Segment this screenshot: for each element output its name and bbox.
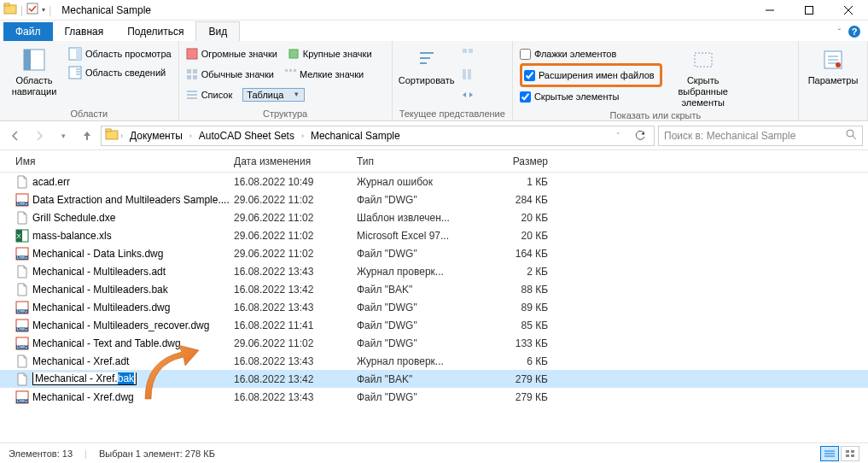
qat-dropdown-icon[interactable]: ▾: [42, 6, 45, 14]
minimize-button[interactable]: [750, 0, 789, 21]
breadcrumb[interactable]: › Документы › AutoCAD Sheet Sets › Mecha…: [101, 126, 655, 146]
tab-view[interactable]: Вид: [195, 21, 240, 41]
file-type: Файл "DWG": [357, 248, 459, 260]
svg-text:DWG: DWG: [17, 255, 27, 260]
ribbon-collapse-icon[interactable]: ˇ: [838, 28, 841, 38]
options-icon: [819, 46, 847, 73]
navigation-pane-icon: [20, 46, 48, 73]
chevron-right-icon[interactable]: ›: [301, 132, 304, 140]
item-checkboxes-toggle[interactable]: Флажки элементов: [520, 44, 662, 63]
table-row[interactable]: DWGMechanical - Data Links.dwg29.06.2022…: [0, 244, 868, 262]
hidden-items-toggle[interactable]: Скрытые элементы: [520, 87, 662, 106]
file-icon: DWG: [15, 390, 29, 404]
table-row[interactable]: DWGMechanical - Multileaders.dwg16.08.20…: [0, 298, 868, 316]
help-icon[interactable]: ?: [848, 25, 861, 41]
layout-small[interactable]: Мелкие значки: [284, 65, 364, 84]
layout-huge[interactable]: Огромные значки: [186, 44, 277, 63]
table-row[interactable]: Xmass-balance.xls29.06.2022 11:02Microso…: [0, 226, 868, 244]
file-extensions-toggle[interactable]: Расширения имен файлов: [524, 66, 655, 85]
status-bar: Элементов: 13 | Выбран 1 элемент: 278 КБ: [0, 442, 868, 463]
file-name: Mechanical - Multileaders.dwg: [32, 302, 234, 314]
options-button[interactable]: Параметры: [806, 44, 860, 107]
ribbon-group-options: Параметры: [799, 41, 868, 120]
file-size: 6 КБ: [459, 355, 553, 367]
file-name: acad.err: [32, 176, 234, 188]
chevron-right-icon[interactable]: ›: [189, 132, 192, 140]
file-size: 164 КБ: [459, 248, 553, 260]
tab-home[interactable]: Главная: [53, 22, 116, 41]
svg-rect-33: [469, 49, 473, 53]
svg-rect-24: [289, 69, 292, 72]
back-button[interactable]: [5, 126, 26, 146]
preview-pane-button[interactable]: Область просмотра: [68, 44, 172, 63]
file-icon: DWG: [15, 319, 29, 332]
table-row[interactable]: Mechanical - Multileaders.adt16.08.2022 …: [0, 262, 868, 280]
close-button[interactable]: [829, 0, 868, 21]
table-row[interactable]: DWGData Extraction and Multileaders Samp…: [0, 190, 868, 208]
table-row[interactable]: DWGMechanical - Xref.dwg16.08.2022 13:43…: [0, 388, 868, 406]
window-title: Mechanical Sample: [55, 4, 750, 16]
layout-normal[interactable]: Обычные значки: [186, 65, 274, 84]
hide-selected-button[interactable]: Скрыть выбранные элементы: [669, 44, 737, 108]
file-date: 16.08.2022 13:43: [234, 266, 357, 278]
menu-bar: Файл Главная Поделиться Вид ˇ ?: [0, 21, 868, 41]
header-date[interactable]: Дата изменения: [234, 155, 357, 167]
svg-rect-70: [851, 454, 854, 457]
rename-input[interactable]: Mechanical - Xref.bak: [32, 372, 137, 385]
layout-list[interactable]: Список: [186, 85, 233, 104]
file-type: Файл "BAK": [357, 284, 459, 296]
address-dropdown[interactable]: ˅: [608, 126, 628, 146]
svg-rect-13: [69, 67, 81, 79]
sort-button[interactable]: Сортировать: [399, 44, 454, 107]
maximize-button[interactable]: [789, 0, 829, 21]
file-size: 1 КБ: [459, 176, 553, 188]
file-type: Файл "DWG": [357, 337, 459, 349]
group-by-button[interactable]: [461, 44, 475, 63]
group-label-show: Показать или скрыть: [520, 108, 791, 120]
qat-check-icon[interactable]: [26, 3, 38, 17]
header-size[interactable]: Размер: [459, 155, 553, 167]
layout-large[interactable]: Крупные значки: [288, 44, 372, 63]
add-columns-button[interactable]: [461, 65, 475, 84]
chevron-right-icon[interactable]: ›: [120, 132, 123, 140]
file-type: Microsoft Excel 97...: [357, 230, 459, 242]
navigation-pane-button[interactable]: Область навигации: [7, 44, 61, 107]
svg-rect-23: [285, 69, 288, 72]
recent-button[interactable]: ▾: [53, 126, 73, 146]
header-name[interactable]: Имя: [15, 155, 234, 167]
layout-table[interactable]: Таблица: [242, 85, 305, 104]
view-icons-button[interactable]: [841, 446, 859, 461]
refresh-button[interactable]: [630, 126, 650, 146]
table-row[interactable]: Mechanical - Xref.bak16.08.2022 13:42Фай…: [0, 370, 868, 388]
up-button[interactable]: [77, 126, 97, 146]
file-icon: [15, 372, 29, 386]
crumb-1[interactable]: AutoCAD Sheet Sets: [194, 130, 300, 142]
svg-rect-18: [289, 50, 298, 58]
file-icon: DWG: [15, 301, 29, 314]
table-row[interactable]: Mechanical - Multileaders.bak16.08.2022 …: [0, 280, 868, 298]
size-columns-button[interactable]: [461, 85, 475, 104]
view-details-button[interactable]: [820, 446, 839, 461]
title-bar: | ▾ | Mechanical Sample: [0, 0, 868, 21]
file-type: Журнал ошибок: [357, 176, 459, 188]
details-pane-button[interactable]: Область сведений: [68, 63, 172, 82]
tab-file[interactable]: Файл: [3, 22, 53, 41]
table-row[interactable]: DWGMechanical - Text and Table.dwg29.06.…: [0, 334, 868, 352]
forward-button[interactable]: [29, 126, 50, 146]
crumb-2[interactable]: Mechanical Sample: [306, 130, 405, 142]
file-date: 16.08.2022 13:43: [234, 302, 357, 314]
file-size: 89 КБ: [459, 302, 553, 314]
table-row[interactable]: Mechanical - Xref.adt16.08.2022 13:43Жур…: [0, 352, 868, 370]
svg-rect-36: [695, 53, 712, 67]
table-row[interactable]: DWGMechanical - Multileaders_recover.dwg…: [0, 316, 868, 334]
table-row[interactable]: acad.err16.08.2022 10:49Журнал ошибок1 К…: [0, 173, 868, 190]
table-row[interactable]: Grill Schedule.dxe29.06.2022 11:02Шаблон…: [0, 208, 868, 226]
crumb-0[interactable]: Документы: [125, 130, 188, 142]
header-type[interactable]: Тип: [357, 155, 459, 167]
svg-rect-35: [468, 69, 471, 79]
search-input[interactable]: Поиск в: Mechanical Sample: [658, 126, 863, 146]
tab-share[interactable]: Поделиться: [115, 22, 195, 41]
svg-text:?: ?: [852, 26, 858, 37]
file-size: 88 КБ: [459, 284, 553, 296]
svg-rect-32: [463, 49, 467, 53]
